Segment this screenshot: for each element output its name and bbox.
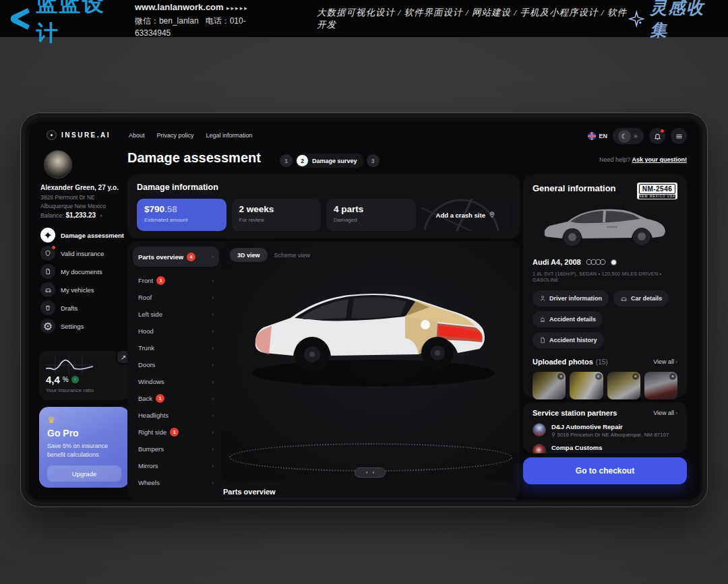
step-2-active[interactable]: 2 Damage survey [295,154,364,168]
sidebar-item-my-vehicles[interactable]: My vehicles [40,282,129,297]
trend-up-icon: ↑ [71,376,79,383]
car-3d-render[interactable] [235,260,505,395]
nav-legal-information[interactable]: Legal information [206,132,253,139]
siren-icon [539,316,546,323]
ask-question-link[interactable]: Ask your question! [632,156,687,163]
lanlan-brand-text: 蓝蓝设计 [36,0,123,48]
lanlan-logo: 蓝蓝设计 [7,0,123,48]
partners-header: Service station partners View all› [533,409,677,417]
menu-button[interactable] [671,128,687,144]
device-frame: INSURE.AI About Privacy policy Legal inf… [20,112,708,507]
inspiration-logo: 灵感收集 [628,0,719,41]
nav-privacy-policy[interactable]: Privacy policy [157,132,194,139]
banner-arrows: ▸▸▸▸▸ [226,5,249,11]
view-scheme-button[interactable]: Scheme view [274,252,311,259]
upgrade-button[interactable]: Upgrade [47,465,121,482]
assessment-workbench: Parts overview 4 › Front 1 › Roof› Left … [127,241,520,500]
parts-menu-item-bumpers[interactable]: Bumpers› [133,441,219,457]
chevron-right-icon: › [212,294,214,301]
go-to-checkout-button[interactable]: Go to checkout [523,457,687,484]
chevron-right-icon: › [212,311,214,318]
parts-menu-item-wheels[interactable]: Wheels› [133,474,219,491]
page-title: Damage assessment [127,150,261,166]
go-pro-card: ♛ Go Pro Save 5% on insurance benefit ca… [39,407,129,488]
sidebar-item-my-documents[interactable]: My documents [40,264,129,279]
car-specs: 1.8L SVT (160H/P), SEDAN • 120,500 MILES… [533,271,677,283]
parts-menu-item-mirrors[interactable]: Mirrors› [133,457,219,474]
remove-photo-icon[interactable]: × [557,373,564,380]
language-selector[interactable]: EN [588,132,607,140]
chevron-right-icon: › [212,362,214,368]
step-1[interactable]: 1 [280,154,293,167]
user-balance[interactable]: Balance: $1,233.23 › [40,212,102,219]
step-3[interactable]: 3 [367,154,380,167]
partner-compa-customs[interactable]: Compa Customs [533,444,677,453]
accident-details-button[interactable]: Accident details [533,311,603,327]
language-code: EN [599,133,607,139]
remove-photo-icon[interactable]: × [632,373,639,380]
gear-icon: ⚙ [40,319,55,333]
view-all-partners-link[interactable]: View all› [653,410,677,416]
sidebar-item-settings[interactable]: ⚙ Settings [40,319,129,333]
parts-menu-item-roof[interactable]: Roof› [133,289,219,306]
view-all-photos-link[interactable]: View all› [653,358,677,365]
estimated-amount-card[interactable]: $790.58 Estimated amount [137,199,226,231]
nav-about[interactable]: About [129,132,145,139]
parts-menu-item-right-side[interactable]: Right side 1 › [133,424,219,441]
car-details-button[interactable]: Car details [613,290,669,306]
ratio-sparkline [46,356,93,374]
sidebar-item-drafts[interactable]: Drafts [40,300,129,315]
parts-menu-item-headlights[interactable]: Headlights› [133,407,219,424]
sparkle-star-icon [628,10,644,28]
rotation-handle[interactable]: ‹› [355,467,386,478]
remove-photo-icon[interactable]: × [595,373,602,380]
parts-menu-item-hood[interactable]: Hood› [133,323,219,339]
parts-menu-item-front[interactable]: Front 1 › [133,272,219,289]
app-logo[interactable]: INSURE.AI [47,130,111,140]
banner-url[interactable]: www.lanlanwork.com [135,2,224,12]
theme-toggle[interactable]: ☾ ☀ [613,128,644,144]
promo-banner: 蓝蓝设计 www.lanlanwork.com ▸▸▸▸▸ 微信：ben_lan… [0,0,728,37]
go-pro-description: Save 5% on insurance benefit calculation… [47,442,121,459]
photo-thumb[interactable]: × [644,372,677,399]
sidebar-menu: ✦ Damage assessment Valid insurance My d… [40,228,129,333]
user-avatar[interactable] [44,150,72,179]
parts-menu-item-overview[interactable]: Parts overview 4 › [133,247,219,267]
review-time-card[interactable]: 2 weeks For review [232,199,322,231]
step-2-label: Damage survey [312,158,357,164]
uk-flag-icon [588,132,596,140]
crown-icon: ♛ [47,415,121,425]
notifications-button[interactable] [649,128,665,144]
license-plate: NM-2546 NEW MEXICO USA [636,182,678,200]
bell-icon [654,133,661,140]
document-icon [40,264,55,279]
banner-services: 大数据可视化设计 / 软件界面设计 / 网站建设 / 手机及小程序设计 / 软件… [317,7,628,31]
car-icon [620,295,628,302]
car-3d-viewer[interactable]: 3D view Scheme view ‹› [222,241,520,482]
banner-contact: www.lanlanwork.com ▸▸▸▸▸ 微信：ben_lanlan 电… [135,0,274,39]
photo-thumb[interactable]: × [570,372,603,399]
photo-thumb[interactable]: × [533,372,566,399]
driver-information-button[interactable]: Driver information [533,290,609,306]
parts-overview-list: 4 Front 1 damage (scratches, dents) $280… [220,498,520,500]
parts-menu-item-left-side[interactable]: Left side› [133,306,219,323]
accident-history-button[interactable]: Accident history [533,332,604,348]
damaged-parts-card[interactable]: 4 parts Damaged [326,199,416,231]
photo-thumb[interactable]: × [607,372,640,399]
parts-menu-item-trunk[interactable]: Trunk› [133,339,219,356]
trash-icon [40,300,55,315]
add-crash-site-button[interactable]: Add a crash site [421,199,511,231]
parts-menu-item-back[interactable]: Back 1 › [133,390,219,407]
part-row-front[interactable]: 4 Front 1 damage (scratches, dents) $280… [220,498,520,500]
person-icon [539,295,546,302]
parts-menu-item-windows[interactable]: Windows› [133,373,219,390]
sidebar-item-damage-assessment[interactable]: ✦ Damage assessment [40,228,129,242]
service-partners-panel: Service station partners View all› D&J A… [523,402,687,453]
sidebar-item-valid-insurance[interactable]: Valid insurance [40,246,129,261]
remove-photo-icon[interactable]: × [669,373,676,380]
partner-dj-automotive[interactable]: D&J Automotive Repair ⚲ 3016 Princeton D… [533,423,677,438]
chevron-right-icon: › [212,412,214,419]
parts-menu-item-doors[interactable]: Doors› [133,356,219,373]
user-name: Alexander Green, 27 y.o. [40,184,119,191]
partner-address: ⚲ 3016 Princeton Dr NE Albuquerque, NM 8… [551,432,669,438]
